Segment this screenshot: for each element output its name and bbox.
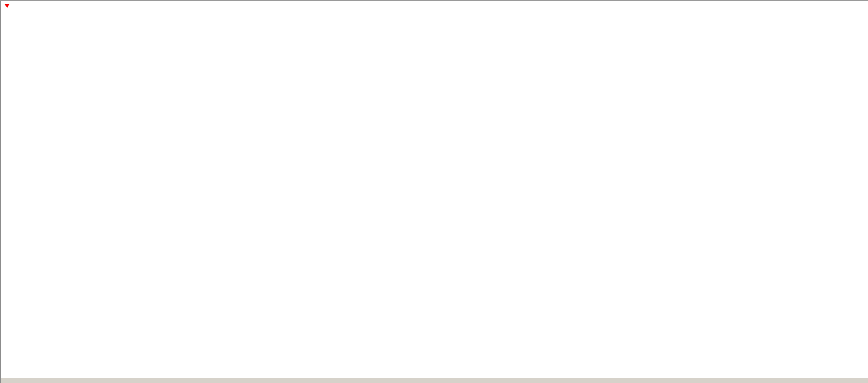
collapse-triangle-icon[interactable]	[4, 4, 10, 8]
window-statusbar	[1, 378, 868, 383]
chart-title	[4, 4, 13, 8]
chart-window	[0, 0, 868, 383]
chart-canvas[interactable]	[1, 1, 868, 383]
